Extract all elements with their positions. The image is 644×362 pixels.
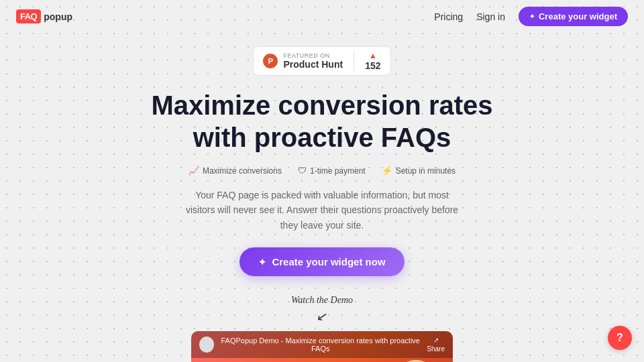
product-hunt-name: Product Hunt [283,59,343,70]
logo-box: FAQ [16,9,41,23]
product-hunt-featured-label: FEATURED ON [283,52,329,59]
video-content: Maximize Conversion rates with FAQs [191,358,453,362]
watch-demo-section: Watch the Demo ↙ [291,295,353,324]
headline-line1: Maximize conversion rates [151,90,492,120]
headline-line2: with proactive FAQs [193,123,451,152]
nav-links: Pricing Sign in Create your widget [434,7,628,26]
pricing-link[interactable]: Pricing [434,11,463,22]
logo-suffix: popup [44,11,72,22]
hero-subtext: Your FAQ page is packed with valuable in… [181,188,463,233]
feature-3-label: Setup in minutes [396,166,455,176]
logo[interactable]: FAQ popup [16,9,72,23]
payment-icon: 🛡 [298,166,307,176]
product-hunt-badge[interactable]: P FEATURED ON Product Hunt ▲ 152 [253,46,390,76]
video-thumbnail[interactable]: FAQPopup Demo - Maximize conversion rate… [191,331,453,362]
feature-1-label: Maximize conversions [203,166,282,176]
product-hunt-arrow: ▲ [369,51,377,60]
navbar: FAQ popup Pricing Sign in Create your wi… [0,0,644,33]
feature-pills: 📈 Maximize conversions 🛡 1-time payment … [189,166,455,176]
share-label: Share [427,345,445,353]
feature-2-label: 1-time payment [310,166,366,176]
product-hunt-logo: P [263,54,278,68]
product-hunt-text: FEATURED ON Product Hunt [283,52,343,70]
create-widget-cta-button[interactable]: ✦ Create your widget now [239,247,404,276]
watch-demo-label: Watch the Demo [291,295,353,306]
logo-faq: FAQ [20,11,37,21]
help-icon: ? [616,332,623,344]
product-hunt-number: 152 [365,60,380,71]
cta-icon: ✦ [258,257,266,267]
video-title: FAQPopup Demo - Maximize conversion rate… [219,337,421,353]
feature-pill-3: ⚡ Setup in minutes [382,166,455,176]
video-share-button[interactable]: ↗ Share [427,337,445,353]
signin-link[interactable]: Sign in [476,11,505,22]
setup-icon: ⚡ [382,166,392,176]
video-avatar [199,337,214,353]
maximize-icon: 📈 [189,166,199,176]
hero-headline: Maximize conversion rates with proactive… [151,89,492,154]
feature-pill-1: 📈 Maximize conversions [189,166,282,176]
product-hunt-divider [354,51,354,71]
watch-demo-arrow-icon: ↙ [315,308,329,326]
cta-label: Create your widget now [272,256,385,267]
video-header: FAQPopup Demo - Maximize conversion rate… [191,331,453,358]
feature-pill-2: 🛡 1-time payment [298,166,366,176]
hero-section: P FEATURED ON Product Hunt ▲ 152 Maximiz… [0,33,644,362]
create-widget-nav-button[interactable]: Create your widget [519,7,628,26]
product-hunt-count: ▲ 152 [365,51,380,71]
help-button[interactable]: ? [608,326,632,350]
share-icon: ↗ [433,337,439,344]
